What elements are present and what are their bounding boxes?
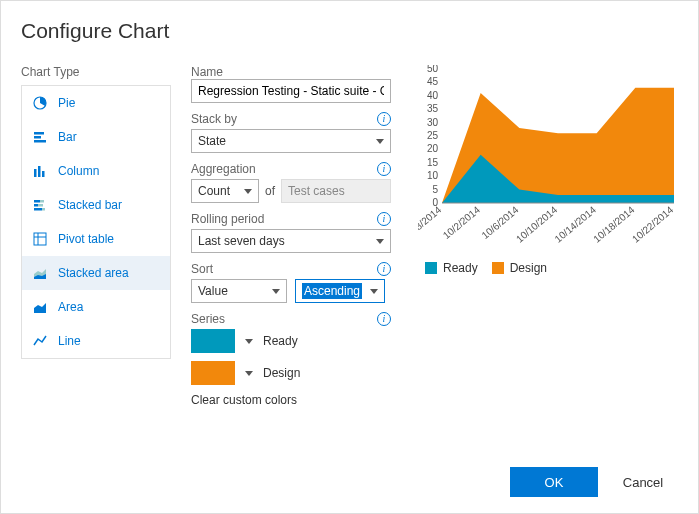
svg-rect-11	[34, 208, 42, 211]
sort-direction-value: Ascending	[302, 283, 362, 299]
svg-text:20: 20	[427, 143, 439, 154]
sort-field-select[interactable]: Value	[191, 279, 287, 303]
svg-rect-13	[34, 233, 46, 245]
aggregation-value: Count	[198, 184, 230, 198]
svg-text:15: 15	[427, 157, 439, 168]
series-name: Design	[263, 366, 300, 380]
legend-item-design: Design	[492, 261, 547, 275]
chart-type-pivot-table[interactable]: Pivot table	[22, 222, 170, 256]
svg-rect-6	[42, 171, 45, 177]
chart-type-stacked-bar[interactable]: Stacked bar	[22, 188, 170, 222]
info-icon[interactable]: i	[377, 112, 391, 126]
sort-label: Sort	[191, 262, 213, 276]
aggregation-label: Aggregation	[191, 162, 256, 176]
aggregation-target: Test cases	[281, 179, 391, 203]
svg-text:10/10/2014: 10/10/2014	[514, 204, 560, 245]
chart-type-bar[interactable]: Bar	[22, 120, 170, 154]
pivot-table-icon	[32, 231, 48, 247]
svg-text:25: 25	[427, 130, 439, 141]
aggregation-select[interactable]: Count	[191, 179, 259, 203]
legend-label: Design	[510, 261, 547, 275]
legend-label: Ready	[443, 261, 478, 275]
info-icon[interactable]: i	[377, 212, 391, 226]
stack-by-label: Stack by	[191, 112, 237, 126]
svg-rect-9	[34, 204, 38, 207]
rolling-label: Rolling period	[191, 212, 264, 226]
svg-text:40: 40	[427, 90, 439, 101]
svg-rect-3	[34, 140, 46, 143]
svg-rect-5	[38, 166, 41, 177]
aggregation-of-label: of	[265, 184, 275, 198]
svg-text:10: 10	[427, 170, 439, 181]
sort-direction-select[interactable]: Ascending	[295, 279, 385, 303]
svg-rect-1	[34, 132, 44, 135]
chevron-down-icon	[272, 289, 280, 294]
svg-text:10/22/2014: 10/22/2014	[630, 204, 676, 245]
svg-text:5: 5	[432, 184, 438, 195]
legend-swatch	[425, 262, 437, 274]
chevron-down-icon	[376, 139, 384, 144]
chart-type-area[interactable]: Area	[22, 290, 170, 324]
svg-text:50: 50	[427, 65, 439, 74]
chart-type-label: Pie	[58, 96, 75, 110]
clear-custom-colors-link[interactable]: Clear custom colors	[191, 393, 391, 407]
stack-by-value: State	[198, 134, 226, 148]
sort-field-value: Value	[198, 284, 228, 298]
info-icon[interactable]: i	[377, 262, 391, 276]
chart-type-label: Area	[58, 300, 83, 314]
stacked-area-icon	[32, 265, 48, 281]
svg-rect-4	[34, 169, 37, 177]
info-icon[interactable]: i	[377, 162, 391, 176]
svg-rect-7	[34, 200, 40, 203]
svg-text:45: 45	[427, 76, 439, 87]
svg-text:10/18/2014: 10/18/2014	[591, 204, 637, 245]
stack-by-select[interactable]: State	[191, 129, 391, 153]
dialog-title: Configure Chart	[21, 19, 678, 43]
svg-text:10/2/2014: 10/2/2014	[441, 204, 482, 241]
chart-type-label: Line	[58, 334, 81, 348]
stacked-bar-icon	[32, 197, 48, 213]
chevron-down-icon	[370, 289, 378, 294]
area-icon	[32, 299, 48, 315]
chart-type-list: PieBarColumnStacked barPivot tableStacke…	[21, 85, 171, 359]
svg-rect-2	[34, 136, 41, 139]
svg-rect-10	[38, 204, 43, 207]
svg-rect-8	[40, 200, 44, 203]
chart-type-column[interactable]: Column	[22, 154, 170, 188]
chart-type-label: Pivot table	[58, 232, 114, 246]
line-icon	[32, 333, 48, 349]
info-icon[interactable]: i	[377, 312, 391, 326]
chart-type-heading: Chart Type	[21, 65, 171, 79]
name-label: Name	[191, 65, 391, 79]
series-color-design[interactable]	[191, 361, 235, 385]
chart-type-label: Bar	[58, 130, 77, 144]
chart-type-line[interactable]: Line	[22, 324, 170, 358]
chart-type-label: Stacked bar	[58, 198, 122, 212]
chart-type-label: Stacked area	[58, 266, 129, 280]
column-icon	[32, 163, 48, 179]
svg-text:9/28/2014: 9/28/2014	[418, 204, 444, 241]
rolling-value: Last seven days	[198, 234, 285, 248]
chart-type-pie[interactable]: Pie	[22, 86, 170, 120]
cancel-button[interactable]: Cancel	[608, 467, 678, 497]
svg-text:10/14/2014: 10/14/2014	[553, 204, 599, 245]
legend-swatch	[492, 262, 504, 274]
chart-preview: 051015202530354045509/28/201410/2/201410…	[418, 65, 678, 245]
series-name: Ready	[263, 334, 298, 348]
chart-type-stacked-area[interactable]: Stacked area	[22, 256, 170, 290]
svg-text:30: 30	[427, 117, 439, 128]
rolling-select[interactable]: Last seven days	[191, 229, 391, 253]
chart-type-label: Column	[58, 164, 99, 178]
chevron-down-icon	[376, 239, 384, 244]
chevron-down-icon[interactable]	[245, 339, 253, 344]
svg-rect-12	[42, 208, 45, 211]
series-color-ready[interactable]	[191, 329, 235, 353]
legend-item-ready: Ready	[425, 261, 478, 275]
series-label: Series	[191, 312, 225, 326]
chevron-down-icon	[244, 189, 252, 194]
chevron-down-icon[interactable]	[245, 371, 253, 376]
ok-button[interactable]: OK	[510, 467, 598, 497]
svg-text:35: 35	[427, 103, 439, 114]
bar-icon	[32, 129, 48, 145]
name-input[interactable]	[191, 79, 391, 103]
